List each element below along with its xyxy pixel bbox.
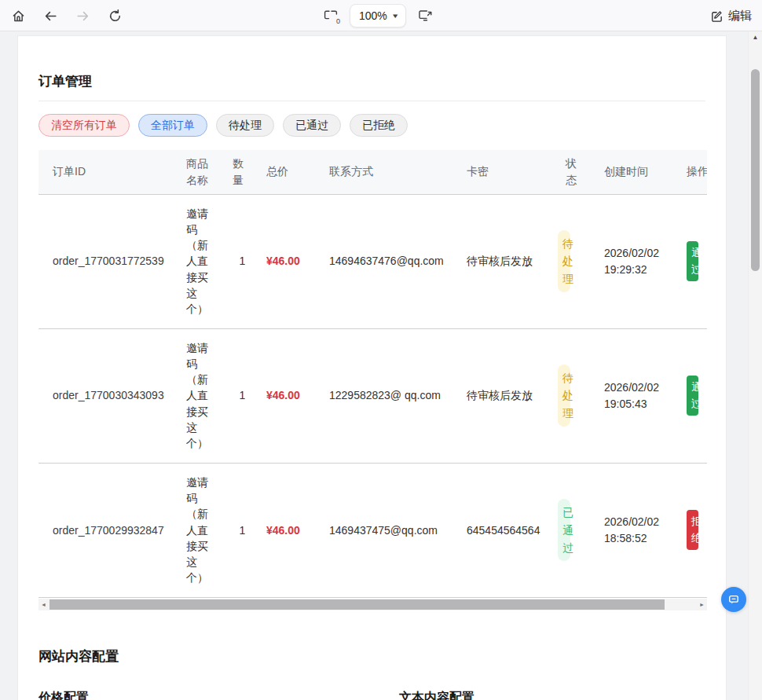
order-id: order_1770029932847 [38,463,180,597]
total-price: ¥46.00 [260,463,323,597]
table-header-row: 订单ID 商品名称 数量 总价 联系方式 卡密 状态 创建时间 操作 [38,150,707,194]
status-badge: 待处理 [558,230,570,292]
table-row: order_1770031772539 邀请码（新人直接买这个） 1 ¥46.0… [38,194,707,328]
forward-arrow-icon[interactable] [74,7,91,24]
back-arrow-icon[interactable] [42,7,59,24]
col-header-contact: 联系方式 [323,150,460,194]
quantity: 1 [225,328,260,463]
table-row: order_1770030343093 邀请码（新人直接买这个） 1 ¥46.0… [38,328,707,463]
zoom-level-dropdown[interactable]: 100% ▾ [350,4,406,27]
col-header-created: 创建时间 [598,150,680,194]
approve-button[interactable]: 通过 [687,376,698,416]
scroll-right-arrow-icon[interactable]: ► [697,599,707,610]
chat-bubble-icon [727,592,741,607]
col-header-card-key: 卡密 [460,150,555,194]
edit-button-label: 编辑 [728,9,752,24]
created-time: 2026/02/02 19:05:43 [598,328,680,463]
col-header-total: 总价 [260,150,323,194]
card-key: 待审核后发放 [460,328,555,463]
text-config-title: 文本内容配置 [399,690,705,700]
page-background: 订单管理 清空所有订单 全部订单 待处理 已通过 已拒绝 订单ID 商品名称 数 [0,31,762,700]
product-name: 邀请码（新人直接买这个） [180,194,225,328]
scroll-left-arrow-icon[interactable]: ◄ [38,599,49,610]
title-divider [38,101,705,101]
created-time: 2026/02/02 18:58:52 [598,463,680,597]
vertical-scrollbar-thumb[interactable] [751,69,760,271]
total-price: ¥46.00 [260,194,323,328]
order-id: order_1770031772539 [38,194,180,328]
chat-fab-button[interactable] [721,587,746,612]
status-badge: 待处理 [558,365,570,427]
browser-toolbar: 0 100% ▾ 编辑 [0,0,762,31]
filter-pending-button[interactable]: 待处理 [216,114,274,137]
horizontal-scrollbar-thumb[interactable] [49,599,665,610]
card-key: 待审核后发放 [460,194,555,328]
config-columns: 价格配置 文本内容配置 [38,690,705,700]
col-header-order-id: 订单ID [38,150,180,194]
product-name: 邀请码（新人直接买这个） [180,463,225,597]
order-filters: 清空所有订单 全部订单 待处理 已通过 已拒绝 [38,114,705,137]
quantity: 1 [225,194,260,328]
chevron-down-icon: ▾ [393,12,397,20]
device-count: 0 [335,18,340,25]
table-row: order_1770029932847 邀请码（新人直接买这个） 1 ¥46.0… [38,463,707,597]
text-config-section: 文本内容配置 [399,690,705,700]
col-header-status: 状态 [555,150,598,194]
content-card: 订单管理 清空所有订单 全部订单 待处理 已通过 已拒绝 订单ID 商品名称 数 [17,35,727,700]
clear-all-orders-button[interactable]: 清空所有订单 [38,114,130,137]
refresh-icon[interactable] [106,7,123,24]
status-badge: 已通过 [558,499,570,561]
site-config-section-title: 网站内容配置 [38,647,705,665]
col-header-product: 商品名称 [180,150,225,194]
device-preview-icon[interactable]: 0 [322,7,339,24]
col-header-action: 操作 [680,150,707,194]
filter-all-orders-button[interactable]: 全部订单 [138,114,207,137]
orders-table: 订单ID 商品名称 数量 总价 联系方式 卡密 状态 创建时间 操作 order… [38,150,707,598]
edit-button[interactable]: 编辑 [710,9,752,24]
scroll-up-arrow-icon[interactable]: ▲ [749,34,762,41]
col-header-quantity: 数量 [225,150,260,194]
horizontal-scrollbar[interactable]: ◄ ► [38,599,707,610]
filter-rejected-button[interactable]: 已拒绝 [350,114,408,137]
contact: 1469437475@qq.com [323,463,460,597]
price-config-section: 价格配置 [38,690,382,700]
order-id: order_1770030343093 [38,328,180,463]
vertical-scrollbar[interactable]: ▲ [748,31,762,700]
zoom-level-value: 100% [359,9,387,22]
orders-table-wrapper: 订单ID 商品名称 数量 总价 联系方式 卡密 状态 创建时间 操作 order… [38,150,707,598]
pencil-square-icon [710,9,724,23]
orders-section-title: 订单管理 [38,72,705,90]
home-icon[interactable] [9,7,27,24]
card-key: 645454564564 [460,463,555,597]
contact: 1229582823@ qq.com [323,328,460,463]
open-external-icon[interactable] [416,7,434,24]
product-name: 邀请码（新人直接买这个） [180,328,225,463]
reject-button[interactable]: 拒绝 [687,510,698,550]
created-time: 2026/02/02 19:29:32 [598,194,680,328]
approve-button[interactable]: 通过 [687,241,698,281]
contact: 14694637476@qq.com [323,194,460,328]
total-price: ¥46.00 [260,328,323,463]
price-config-title: 价格配置 [38,690,382,700]
filter-approved-button[interactable]: 已通过 [283,114,341,137]
quantity: 1 [225,463,260,597]
